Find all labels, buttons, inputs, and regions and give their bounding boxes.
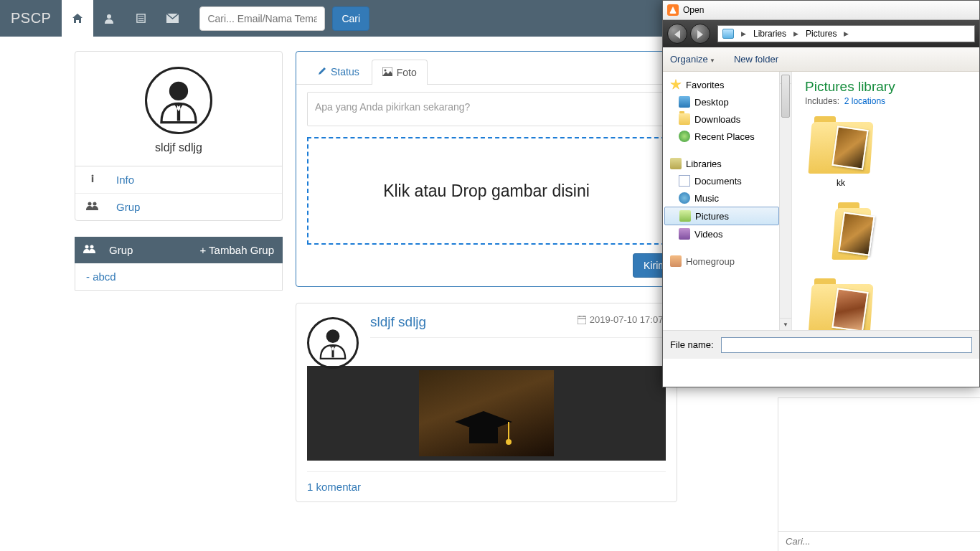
scroll-thumb[interactable] [781, 75, 790, 118]
filename-input[interactable] [721, 337, 972, 353]
folder-icon [679, 113, 690, 125]
toolbar-newfolder[interactable]: New folder [734, 54, 778, 65]
tree-homegroup[interactable]: Homegroup [663, 253, 791, 270]
grup-title: Grup [109, 244, 133, 256]
nav-list-icon[interactable] [125, 0, 156, 37]
svg-point-14 [384, 69, 386, 71]
post-card: 2019-07-10 17:07: sldjf sdljg 1 komentar [296, 303, 677, 502]
scroll-down-icon[interactable]: ▼ [780, 318, 791, 330]
app-icon [667, 4, 679, 16]
chevron-right-icon: ▶ [791, 30, 801, 37]
documents-icon [679, 175, 690, 187]
tab-status[interactable]: Status [307, 59, 370, 84]
desktop-icon [679, 96, 690, 108]
pencil-icon [318, 67, 326, 77]
dialog-toolbar: Organize New folder [663, 47, 979, 72]
breadcrumb-libraries[interactable]: Libraries [749, 29, 791, 39]
nav-mail-icon[interactable] [156, 0, 188, 37]
tree-downloads[interactable]: Downloads [663, 110, 791, 128]
info-icon [86, 174, 99, 186]
folder-item[interactable] [805, 208, 877, 264]
profile-card: sldjf sdljg Info Grup [75, 51, 283, 221]
svg-point-9 [88, 202, 92, 206]
svg-point-7 [92, 175, 94, 177]
star-icon [670, 79, 682, 90]
drive-icon [722, 29, 734, 39]
group-icon [83, 244, 96, 256]
videos-icon [679, 228, 690, 240]
tab-foto[interactable]: Foto [372, 60, 428, 85]
breadcrumb-pictures[interactable]: Pictures [801, 29, 841, 39]
tree-scrollbar[interactable]: ▲ ▼ [779, 72, 791, 330]
profile-link-label: Info [116, 174, 134, 186]
svg-rect-8 [92, 177, 93, 182]
post-comments-link[interactable]: 1 komentar [307, 481, 361, 493]
folder-item[interactable]: kk [805, 122, 877, 188]
profile-link-info[interactable]: Info [75, 166, 282, 193]
address-bar[interactable]: ▶ Libraries ▶ Pictures ▶ [717, 25, 975, 42]
post-image[interactable] [307, 366, 666, 461]
tree-music[interactable]: Music [663, 189, 791, 207]
pictures-icon [679, 210, 691, 222]
svg-point-12 [90, 245, 94, 249]
grup-add-link[interactable]: + Tambah Grup [199, 244, 274, 256]
folder-label: kk [805, 178, 877, 188]
toolbar-organize[interactable]: Organize [670, 54, 715, 65]
libraries-icon [670, 158, 682, 169]
music-icon [679, 192, 690, 204]
dialog-title: Open [683, 5, 704, 15]
filename-row: File name: [663, 330, 979, 359]
compose-tabs: Status Foto [296, 52, 677, 85]
folder-item[interactable] [805, 284, 877, 330]
grup-panel: Grup + Tambah Grup - abcd [75, 237, 283, 291]
filename-label: File name: [670, 339, 714, 350]
grup-item[interactable]: - abcd [86, 270, 116, 283]
homegroup-icon [670, 255, 682, 267]
nav-back-button[interactable] [667, 24, 687, 44]
navbar-search-button[interactable]: Cari [332, 6, 369, 31]
file-open-dialog: Open ▶ Libraries ▶ Pictures ▶ Organize N… [662, 0, 980, 387]
compose-panel: Status Foto Apa yang Anda pikirkan sekar… [296, 51, 677, 287]
navbar-search-input[interactable] [199, 6, 325, 31]
tab-label: Foto [397, 67, 417, 78]
nav-user-icon[interactable] [93, 0, 125, 37]
files-subtitle: Includes: 2 locations [805, 96, 976, 106]
tree-recent[interactable]: Recent Places [663, 128, 791, 145]
tree-documents[interactable]: Documents [663, 172, 791, 189]
nav-home-icon[interactable] [62, 0, 93, 37]
compose-textarea[interactable]: Apa yang Anda pikirkan sekarang? [307, 92, 666, 126]
calendar-icon [578, 316, 586, 324]
nav-tree: Favorites Desktop Downloads Recent Place… [663, 72, 792, 330]
files-locations-link[interactable]: 2 locations [844, 96, 885, 106]
tree-desktop[interactable]: Desktop [663, 93, 791, 110]
post-date: 2019-07-10 17:07: [578, 314, 666, 325]
dialog-titlebar[interactable]: Open [663, 0, 979, 20]
svg-point-1 [107, 14, 111, 19]
post-avatar [307, 317, 359, 369]
profile-link-grup[interactable]: Grup [75, 193, 282, 220]
dialog-nav: ▶ Libraries ▶ Pictures ▶ [663, 20, 979, 47]
profile-name: sldjf sdljg [86, 141, 271, 154]
svg-point-11 [85, 245, 89, 249]
files-title: Pictures library [805, 79, 976, 95]
profile-avatar [145, 67, 212, 134]
file-pane: Pictures library Includes: 2 locations k… [792, 72, 979, 330]
right-search-input[interactable] [778, 532, 980, 551]
profile-link-label: Grup [116, 201, 140, 213]
tree-videos[interactable]: Videos [663, 225, 791, 242]
post-author-link[interactable]: sldjf sdljg [370, 314, 426, 329]
recent-icon [679, 131, 690, 142]
group-icon [86, 201, 99, 213]
grup-panel-header: Grup + Tambah Grup [75, 237, 283, 263]
tree-libraries[interactable]: Libraries [663, 155, 791, 172]
chevron-right-icon: ▶ [738, 30, 749, 37]
chevron-right-icon: ▶ [841, 30, 852, 37]
tab-label: Status [331, 66, 359, 77]
nav-forward-button[interactable] [690, 24, 710, 44]
compose-dropzone[interactable]: Klik atau Drop gambar disini [307, 137, 666, 245]
svg-rect-19 [469, 428, 498, 443]
tree-favorites[interactable]: Favorites [663, 76, 791, 93]
tree-pictures[interactable]: Pictures [664, 207, 779, 225]
svg-point-10 [93, 202, 97, 206]
svg-rect-15 [578, 316, 586, 324]
